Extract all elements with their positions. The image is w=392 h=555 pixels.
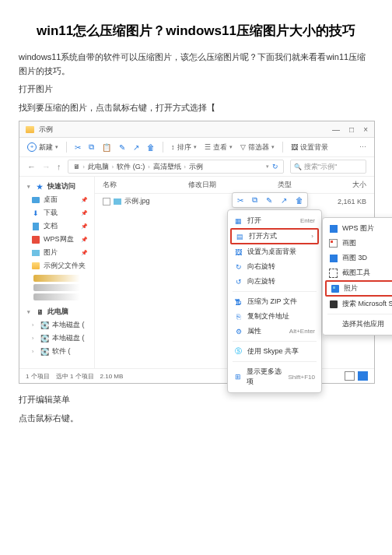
sidebar-local-disk[interactable]: ›💽本地磁盘 ( [19, 318, 94, 332]
sidebar-blurred-item [33, 284, 80, 291]
close-button[interactable]: × [363, 125, 368, 134]
view-button[interactable]: ☰查看▾ [205, 142, 233, 153]
step1-title: 打开图片 [19, 83, 373, 97]
forward-button[interactable]: → [42, 162, 51, 171]
open-with-submenu: WPS 图片 画图 画图 3D 截图工具 照片 搜索 Microsoft Sto… [322, 217, 392, 335]
copy-icon[interactable]: ⧉ [252, 195, 257, 205]
maximize-button[interactable]: □ [349, 125, 354, 134]
cut-icon[interactable]: ✂ [237, 196, 243, 205]
file-pane: 名称 修改日期 类型 大小 示例.jpg 2,161 KB ✂ ⧉ ✎ ↗ 🗑 [95, 177, 374, 368]
article-intro: windows11系统自带的软件可以压缩图片，该怎么压缩图片呢？下面我们就来看看… [19, 51, 373, 78]
sidebar-downloads[interactable]: ⬇下载📌 [19, 206, 94, 220]
cm-show-more[interactable]: ⊞显示更多选项Shift+F10 [228, 364, 321, 389]
sidebar-blurred-item [33, 293, 80, 300]
sidebar-soft-disk[interactable]: ›💽软件 ( [19, 345, 94, 358]
search-icon: 🔍 [294, 163, 302, 170]
breadcrumb[interactable]: 🖥 › 此电脑› 软件 (G:)› 高清壁纸› 示例 ▾ ↻ [68, 160, 285, 174]
set-bg-button[interactable]: 🖼设置背景 [291, 142, 328, 153]
cm-skype[interactable]: Ⓢ使用 Skype 共享 [228, 344, 321, 359]
status-text: 1 个项目 选中 1 个项目 2.10 MB [26, 372, 123, 381]
column-headers[interactable]: 名称 修改日期 类型 大小 [95, 177, 374, 194]
sm-choose[interactable]: 选择其他应用 [323, 317, 392, 332]
view-list-icon[interactable] [345, 371, 355, 381]
window-title: 示例 [39, 125, 53, 135]
share-icon[interactable]: ↗ [133, 143, 139, 152]
sidebar-pictures[interactable]: 图片📌 [19, 246, 94, 259]
search-input[interactable]: 🔍 搜索"示例" [290, 160, 366, 174]
explorer-window: 示例 — □ × + 新建 ▾ ✂ ⧉ 📋 ✎ ↗ 🗑 ↕排序▾ ☰查看▾ [19, 121, 375, 384]
new-button[interactable]: + 新建 ▾ [27, 142, 58, 153]
checkbox-icon[interactable] [103, 198, 110, 205]
share-icon[interactable]: ↗ [281, 196, 287, 205]
sidebar-local-disk[interactable]: ›💽本地磁盘 ( [19, 332, 94, 345]
cm-copy-path[interactable]: ⎘复制文件地址 [228, 309, 321, 324]
sm-photos[interactable]: 照片 [331, 283, 392, 294]
rename-icon[interactable]: ✎ [119, 143, 125, 152]
view-details-icon[interactable] [358, 371, 368, 381]
cm-open[interactable]: ▦打开Enter [228, 213, 321, 228]
sidebar-sample-folder[interactable]: 示例父文件夹 [19, 259, 94, 272]
up-button[interactable]: ↑ [57, 162, 61, 171]
sidebar-quick-access[interactable]: ▾★快速访问 [19, 180, 94, 193]
step2-title: 打开编辑菜单 [19, 393, 373, 407]
step1-body: 找到要压缩的图片，点击鼠标右键，打开方式选择【 [19, 101, 373, 115]
cut-icon[interactable]: ✂ [75, 143, 81, 152]
context-menu: ▦打开Enter ▤打开方式› 🖼设置为桌面背景 ↻向右旋转 ↺向左旋转 🗜压缩… [227, 209, 322, 393]
cm-open-with[interactable]: ▤打开方式› [236, 230, 313, 242]
sidebar-desktop[interactable]: 桌面📌 [19, 193, 94, 206]
cm-rotate-left[interactable]: ↺向左旋转 [228, 274, 321, 289]
cm-set-bg[interactable]: 🖼设置为桌面背景 [228, 244, 321, 259]
cm-rotate-right[interactable]: ↻向右旋转 [228, 259, 321, 274]
sm-wps[interactable]: WPS 图片 [323, 221, 392, 236]
filter-button[interactable]: ▽筛选器▾ [240, 142, 275, 153]
plus-icon: + [27, 142, 37, 152]
sidebar-wps[interactable]: WPS网盘📌 [19, 233, 94, 246]
article-title: win11怎么压缩图片？windows11压缩图片大小的技巧 [19, 22, 373, 40]
address-bar: ← → ↑ 🖥 › 此电脑› 软件 (G:)› 高清壁纸› 示例 ▾ ↻ 🔍 搜… [19, 157, 374, 177]
mini-toolbar: ✂ ⧉ ✎ ↗ 🗑 [232, 192, 308, 208]
toolbar: + 新建 ▾ ✂ ⧉ 📋 ✎ ↗ 🗑 ↕排序▾ ☰查看▾ ▽筛选器▾ 🖼设置背景… [19, 138, 374, 157]
cm-zip[interactable]: 🗜压缩为 ZIP 文件 [228, 294, 321, 309]
sm-paint[interactable]: 画图 [323, 236, 392, 251]
minimize-button[interactable]: — [332, 125, 340, 134]
cm-open-with-highlight: ▤打开方式› [230, 228, 319, 244]
more-button[interactable]: ⋯ [359, 143, 366, 151]
sort-button[interactable]: ↕排序▾ [171, 142, 197, 153]
paste-icon[interactable]: 📋 [102, 143, 111, 152]
step2-body: 点击鼠标右键。 [19, 412, 373, 426]
delete-icon[interactable]: 🗑 [296, 196, 303, 205]
sidebar-documents[interactable]: 文档📌 [19, 220, 94, 233]
copy-icon[interactable]: ⧉ [89, 142, 94, 152]
folder-icon [26, 126, 34, 133]
sm-snip[interactable]: 截图工具 [323, 265, 392, 280]
new-label: 新建 [39, 142, 53, 153]
sidebar: ▾★快速访问 桌面📌 ⬇下载📌 文档📌 WPS网盘📌 图片📌 示例父文件夹 ▾🖥… [19, 177, 95, 368]
sidebar-this-pc[interactable]: ▾🖥此电脑 [19, 305, 94, 318]
sidebar-blurred-item [33, 275, 80, 282]
image-icon [114, 198, 121, 205]
back-button[interactable]: ← [27, 162, 36, 171]
sm-paint3d[interactable]: 画图 3D [323, 251, 392, 265]
sm-store[interactable]: 搜索 Microsoft Store [323, 297, 392, 311]
cm-properties[interactable]: ⚙属性Alt+Enter [228, 324, 321, 339]
titlebar: 示例 — □ × [19, 121, 374, 138]
sm-photos-highlight: 照片 [325, 280, 392, 297]
rename-icon[interactable]: ✎ [266, 196, 272, 205]
delete-icon[interactable]: 🗑 [147, 143, 155, 152]
